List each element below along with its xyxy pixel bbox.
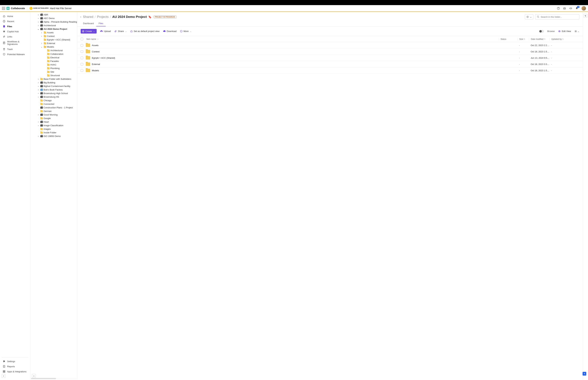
row-checkbox[interactable]: [81, 50, 83, 53]
tree-item[interactable]: Electrical: [30, 56, 77, 59]
tree-item[interactable]: Plumbing: [30, 67, 77, 70]
chevron-down-icon[interactable]: ⌄: [40, 46, 43, 48]
row-checkbox[interactable]: [81, 57, 83, 59]
tree-item[interactable]: ›Good Morning: [30, 113, 77, 116]
collaborate-logo-icon[interactable]: [6, 7, 10, 10]
row-name[interactable]: Assets: [86, 43, 499, 47]
nav-item-workflows[interactable]: Workflows & Signatures: [1, 39, 29, 47]
nav-item-recent[interactable]: Recent: [1, 19, 29, 24]
edit-view-button[interactable]: Edit View: [558, 30, 571, 33]
chevron-right-icon[interactable]: ›: [37, 114, 39, 116]
tree-item[interactable]: Site: [30, 70, 77, 74]
table-row[interactable]: Egnyte + ACC (Shared)-Jun 13, 2024 9:51 …: [77, 55, 583, 61]
nav-item-trash[interactable]: Trash: [1, 47, 29, 52]
select-all-checkbox[interactable]: [81, 38, 83, 40]
tree-item[interactable]: Egnyte + ACC (Shared): [30, 38, 77, 41]
chevron-right-icon[interactable]: ›: [37, 96, 39, 98]
tree-item[interactable]: ⌄AU 2024 Demo Project: [30, 27, 77, 31]
chevron-right-icon[interactable]: ›: [37, 121, 39, 123]
row-checkbox[interactable]: [81, 63, 83, 65]
share-button[interactable]: Share ⌄: [114, 30, 127, 33]
chevron-right-icon[interactable]: ›: [37, 89, 39, 91]
tree-item[interactable]: ›AEC Demo: [30, 17, 77, 20]
nav-item-files[interactable]: Files: [1, 24, 29, 29]
tree-item[interactable]: ›Big Building: [30, 81, 77, 84]
search-box[interactable]: [535, 14, 579, 19]
announcements-icon[interactable]: [569, 7, 572, 10]
tree-item[interactable]: ›Bigfoot Containment facility: [30, 84, 77, 88]
download-button[interactable]: Download: [163, 30, 177, 33]
chevron-right-icon[interactable]: ›: [37, 78, 39, 80]
tree-item[interactable]: images: [30, 127, 77, 131]
tree-item[interactable]: ›Assets: [30, 31, 77, 34]
row-name[interactable]: Egnyte + ACC (Shared): [86, 56, 499, 59]
upload-button[interactable]: Upload: [100, 30, 111, 33]
tree-item[interactable]: Structural: [30, 74, 77, 77]
chevron-right-icon[interactable]: ›: [37, 17, 39, 19]
tree-item[interactable]: ›Image Classification: [30, 124, 77, 127]
nav-item-reports[interactable]: Reports: [1, 364, 29, 369]
tree-item[interactable]: Connected: [30, 102, 77, 106]
server-name[interactable]: Hard Hat File Server: [50, 7, 72, 10]
create-button[interactable]: Create ⌄: [81, 29, 97, 34]
chevron-right-icon[interactable]: ›: [40, 32, 43, 34]
project-status-pill[interactable]: PROJECT IN PROGRESS: [153, 16, 177, 18]
tab-files[interactable]: Files: [96, 21, 106, 26]
nav-item-home[interactable]: Home: [1, 14, 29, 19]
column-updated[interactable]: Updated by⇅: [549, 38, 570, 40]
tree-scrollbar[interactable]: [31, 378, 76, 379]
nav-item-settings[interactable]: Settings: [1, 359, 29, 364]
row-name[interactable]: Context: [86, 50, 499, 53]
collapse-sidebar-button[interactable]: «: [2, 374, 5, 378]
breadcrumb-shared[interactable]: Shared: [83, 15, 93, 19]
view-mode-dropdown[interactable]: ⌄: [525, 14, 533, 19]
tree-item[interactable]: ›External: [30, 41, 77, 45]
nav-item-links[interactable]: Links: [1, 34, 29, 39]
nav-item-copilot-hub[interactable]: Copilot Hub: [1, 29, 29, 34]
column-name[interactable]: Item name ↑: [86, 38, 499, 40]
chevron-right-icon[interactable]: ›: [40, 42, 43, 45]
chevron-right-icon[interactable]: ›: [37, 14, 39, 16]
app-name[interactable]: Collaborate: [11, 7, 25, 10]
tree-item[interactable]: ›ABR: [30, 13, 77, 17]
chevron-right-icon[interactable]: ›: [37, 81, 39, 84]
chevron-down-icon[interactable]: ⌄: [37, 28, 39, 30]
tree-item[interactable]: Construction Plans - 1 Project: [30, 106, 77, 109]
list-view-button[interactable]: ⌄: [574, 30, 579, 33]
breadcrumb-projects[interactable]: Projects: [97, 15, 109, 19]
column-date[interactable]: Date modified⇅: [529, 38, 549, 40]
chevron-right-icon[interactable]: ›: [37, 24, 39, 27]
row-checkbox[interactable]: [81, 69, 83, 72]
chevron-right-icon[interactable]: ›: [37, 92, 39, 95]
tree-item[interactable]: Facades: [30, 59, 77, 63]
tree-item[interactable]: Collaboration: [30, 52, 77, 56]
bookmark-icon[interactable]: 🔖: [148, 15, 152, 19]
tree-item[interactable]: ⌄Models: [30, 45, 77, 49]
tree-item[interactable]: ›Heart: [30, 120, 77, 124]
tree-item[interactable]: HVAC: [30, 63, 77, 67]
tree-item[interactable]: Google: [30, 116, 77, 120]
tree-item[interactable]: ›Bob's Book Factory: [30, 88, 77, 92]
inbox-icon[interactable]: [563, 7, 566, 10]
chevron-right-icon[interactable]: ›: [37, 21, 39, 23]
browse-toggle[interactable]: [539, 30, 544, 33]
search-input[interactable]: [541, 16, 577, 18]
tree-item[interactable]: Inside Folder: [30, 131, 77, 134]
ai-assistant-fab[interactable]: [583, 372, 586, 376]
breadcrumb-current[interactable]: AU 2024 Demo Project: [112, 15, 147, 19]
table-row[interactable]: Models-Oct 18, 2023 1:54 PM-: [77, 67, 583, 74]
tree-item[interactable]: Architectural: [30, 49, 77, 52]
tree-item[interactable]: ›Brownsburg HS: [30, 95, 77, 99]
org-logo[interactable]: 🟡 HARD HAT BUILDERS: [29, 7, 49, 10]
nav-item-malware[interactable]: Potential Malware: [1, 52, 29, 57]
row-name[interactable]: External: [86, 62, 499, 66]
tree-item[interactable]: German: [30, 109, 77, 113]
set-default-view-button[interactable]: Set as default project view: [130, 30, 160, 33]
help-icon[interactable]: [557, 7, 560, 10]
row-checkbox[interactable]: [81, 44, 83, 47]
table-row[interactable]: Context-Oct 18, 2023 1:54 PM-: [77, 48, 583, 55]
tree-item[interactable]: ›Base Folder with Subfolders: [30, 77, 77, 81]
user-avatar[interactable]: [582, 6, 586, 11]
table-row[interactable]: External-Oct 18, 2023 3:33 P…-: [77, 61, 583, 67]
row-name[interactable]: Models: [86, 69, 499, 72]
